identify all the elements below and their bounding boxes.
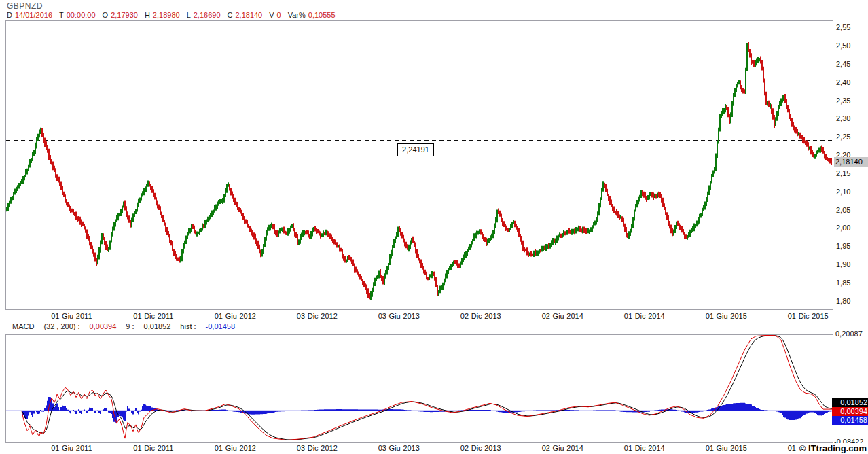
date-tick-label: 02-Dic-2013 bbox=[460, 312, 501, 320]
ohlc-field-value: 2,18980 bbox=[153, 11, 180, 19]
price-tick-label: 2,30 bbox=[836, 114, 850, 122]
date-tick-label: 01-Giu-2011 bbox=[51, 312, 92, 320]
macd-header-segment: hist : bbox=[180, 322, 196, 330]
date-tick-label: 02-Giu-2014 bbox=[542, 444, 583, 452]
date-tick-label: 01-Giu-2012 bbox=[215, 312, 256, 320]
ohlc-field-value: 00:00:00 bbox=[67, 11, 96, 19]
macd-header-segment: 9 : bbox=[126, 322, 134, 330]
ohlc-field-label: L bbox=[187, 11, 191, 19]
date-tick-label: 02-Giu-2014 bbox=[542, 312, 583, 320]
macd-chart-panel[interactable] bbox=[5, 334, 833, 443]
macd-header-segment: -0,01458 bbox=[206, 322, 235, 330]
date-tick-label: 01-Giu-2015 bbox=[706, 312, 747, 320]
ohlc-status-row: D14/01/2016T00:00:00O2,17930H2,18980L2,1… bbox=[7, 11, 336, 19]
macd-indicator-header: MACD(32 , 200) :0,003949 :0,01852hist :-… bbox=[12, 322, 245, 330]
date-tick-label: 01-Dic-2014 bbox=[624, 444, 665, 452]
price-tick-label: 1,95 bbox=[836, 242, 850, 250]
date-tick-label: 01-Dic-2011 bbox=[133, 312, 173, 320]
macd-header-segment: (32 , 200) : bbox=[43, 322, 79, 330]
price-chart-panel[interactable] bbox=[5, 20, 833, 310]
macd-header-segment: 0,00394 bbox=[90, 322, 117, 330]
ohlc-field-value: 2,16690 bbox=[194, 11, 221, 19]
date-tick-label: 01-Dic-2015 bbox=[788, 312, 829, 320]
date-tick-label: 03-Giu-2013 bbox=[378, 312, 420, 320]
ohlc-field-label: V bbox=[269, 11, 274, 19]
ohlc-field-value: 2,18140 bbox=[235, 11, 262, 19]
macd-header-segment: 0,01852 bbox=[144, 322, 171, 330]
price-tick-label: 2,00 bbox=[836, 224, 850, 232]
macd-value-tag: 0,01852 bbox=[832, 398, 868, 407]
macd-axis-max-label: 0,20087 bbox=[835, 330, 863, 338]
price-chart-svg bbox=[6, 21, 833, 309]
resistance-level-label: 2,24191 bbox=[397, 143, 434, 156]
ohlc-field-label: Var% bbox=[288, 11, 306, 19]
watermark: © ITtrading.com bbox=[797, 443, 867, 453]
ohlc-field-value: 14/01/2016 bbox=[15, 11, 52, 19]
date-tick-label: 03-Dic-2012 bbox=[297, 312, 338, 320]
date-tick-label: 01-Giu-2015 bbox=[706, 444, 747, 452]
ohlc-field-value: 0 bbox=[277, 11, 281, 19]
price-tick-label: 2,55 bbox=[836, 23, 850, 31]
price-tick-label: 1,85 bbox=[836, 279, 850, 287]
price-tick-label: 1,90 bbox=[836, 260, 850, 268]
date-tick-label: 03-Giu-2013 bbox=[378, 444, 420, 452]
price-tick-label: 1,80 bbox=[836, 297, 850, 305]
ohlc-field-label: O bbox=[103, 11, 109, 19]
macd-chart-svg bbox=[6, 335, 833, 442]
date-tick-label: 01-Giu-2011 bbox=[51, 444, 92, 452]
date-tick-label: 02-Dic-2013 bbox=[460, 444, 501, 452]
ohlc-field-value: 0,10555 bbox=[308, 11, 336, 19]
ohlc-field-value: 2,17930 bbox=[111, 11, 138, 19]
macd-value-tag: -0,01458 bbox=[832, 416, 868, 425]
ohlc-field-label: T bbox=[59, 11, 64, 19]
last-price-tag: 2,18140 bbox=[834, 157, 868, 167]
price-tick-label: 2,25 bbox=[836, 133, 850, 141]
macd-header-segment: MACD bbox=[12, 322, 34, 330]
macd-value-tag: 0,00394 bbox=[832, 407, 868, 416]
ohlc-field-label: D bbox=[7, 11, 12, 19]
symbol-title: GBPNZD bbox=[7, 1, 43, 11]
price-tick-label: 2,05 bbox=[836, 206, 850, 214]
price-tick-label: 2,45 bbox=[836, 60, 850, 68]
ohlc-field-label: H bbox=[145, 11, 150, 19]
price-tick-label: 2,35 bbox=[836, 97, 850, 105]
price-tick-label: 2,10 bbox=[836, 188, 850, 196]
date-tick-label: 01-Giu-2012 bbox=[215, 444, 256, 452]
date-tick-label: 03-Dic-2012 bbox=[297, 444, 338, 452]
date-tick-label: 01-Dic-2014 bbox=[624, 312, 665, 320]
trading-chart-screen: GBPNZD D14/01/2016T00:00:00O2,17930H2,18… bbox=[0, 0, 868, 454]
date-tick-label: 01-Dic-2011 bbox=[133, 444, 173, 452]
price-tick-label: 2,40 bbox=[836, 78, 850, 86]
price-tick-label: 2,15 bbox=[836, 169, 850, 177]
price-tick-label: 2,50 bbox=[836, 41, 850, 50]
ohlc-field-label: C bbox=[228, 11, 233, 19]
